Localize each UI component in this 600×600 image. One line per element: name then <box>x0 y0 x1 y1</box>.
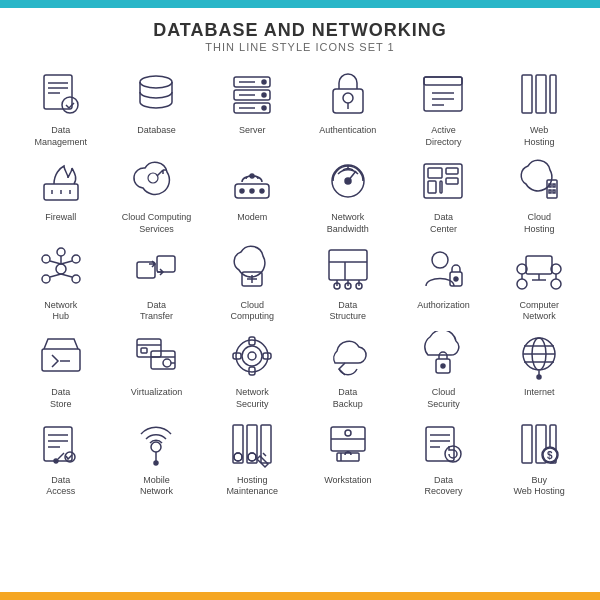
icon-cell-hosting-maintenance: HostingMaintenance <box>205 415 299 498</box>
svg-point-35 <box>260 189 264 193</box>
icon-cell-web-hosting: WebHosting <box>492 65 586 148</box>
virtualization-label: Virtualization <box>131 387 182 399</box>
server-label: Server <box>239 125 266 137</box>
svg-point-50 <box>56 264 66 274</box>
svg-point-123 <box>154 461 158 465</box>
icon-cell-mobile-network: MobileNetwork <box>110 415 204 498</box>
workstation-icon <box>316 415 380 473</box>
web-hosting-icon <box>507 65 571 123</box>
svg-point-113 <box>537 375 541 379</box>
workstation-label: Workstation <box>324 475 371 487</box>
buy-web-hosting-label: BuyWeb Hosting <box>513 475 564 498</box>
svg-rect-126 <box>261 425 271 463</box>
svg-point-120 <box>54 459 58 463</box>
database-icon <box>124 65 188 123</box>
svg-point-16 <box>343 93 353 103</box>
icon-cell-buy-web-hosting: $ BuyWeb Hosting <box>492 415 586 498</box>
svg-point-34 <box>250 189 254 193</box>
svg-rect-45 <box>547 180 557 198</box>
svg-rect-40 <box>428 168 442 178</box>
icon-cell-data-store: DataStore <box>14 327 108 410</box>
icon-cell-database: Database <box>110 65 204 148</box>
svg-point-99 <box>242 346 262 366</box>
icon-cell-cloud-computing-services: Cloud ComputingServices <box>110 152 204 235</box>
data-management-label: DataManagement <box>35 125 88 148</box>
data-center-label: DataCenter <box>430 212 457 235</box>
icon-cell-cloud-computing: CloudComputing <box>205 240 299 323</box>
virtualization-icon <box>124 327 188 385</box>
icon-cell-virtualization: Virtualization <box>110 327 204 410</box>
modem-label: Modem <box>237 212 267 224</box>
svg-point-96 <box>163 359 171 367</box>
data-backup-icon <box>316 327 380 385</box>
active-directory-icon <box>411 65 475 123</box>
svg-rect-104 <box>263 353 271 359</box>
page-subtitle: THIN LINE STYLE ICONS SET 1 <box>0 41 600 53</box>
svg-rect-78 <box>526 256 552 274</box>
svg-point-133 <box>345 430 351 436</box>
icon-cell-authorization: Authorization <box>397 240 491 323</box>
hosting-maintenance-label: HostingMaintenance <box>226 475 278 498</box>
internet-label: Internet <box>524 387 555 399</box>
data-backup-label: DataBackup <box>333 387 363 410</box>
bottom-bar <box>0 592 600 600</box>
database-label: Database <box>137 125 176 137</box>
data-access-icon <box>29 415 93 473</box>
svg-rect-41 <box>428 181 436 193</box>
computer-network-icon <box>507 240 571 298</box>
icon-cell-data-recovery: DataRecovery <box>397 415 491 498</box>
svg-point-53 <box>42 275 50 283</box>
icon-cell-data-transfer: DataTransfer <box>110 240 204 323</box>
cloud-hosting-label: CloudHosting <box>524 212 555 235</box>
svg-point-5 <box>140 76 172 88</box>
cloud-computing-services-label: Cloud ComputingServices <box>122 212 192 235</box>
firewall-label: Firewall <box>45 212 76 224</box>
svg-line-119 <box>58 453 64 459</box>
icon-cell-data-backup: DataBackup <box>301 327 395 410</box>
active-directory-label: ActiveDirectory <box>425 125 461 148</box>
icon-cell-firewall: Firewall <box>14 152 108 235</box>
icon-cell-cloud-hosting: CloudHosting <box>492 152 586 235</box>
data-center-icon <box>411 152 475 210</box>
network-bandwidth-icon <box>316 152 380 210</box>
cloud-hosting-icon <box>507 152 571 210</box>
authorization-icon <box>411 240 475 298</box>
icon-cell-internet: Internet <box>492 327 586 410</box>
svg-rect-25 <box>550 75 556 113</box>
svg-rect-101 <box>249 337 255 345</box>
authorization-label: Authorization <box>417 300 470 312</box>
svg-rect-92 <box>151 351 175 369</box>
svg-rect-95 <box>141 348 147 353</box>
internet-icon <box>507 327 571 385</box>
authentication-icon <box>316 65 380 123</box>
icon-grid: DataManagement Database Server Authentic… <box>0 57 600 506</box>
svg-point-75 <box>432 252 448 268</box>
svg-rect-42 <box>440 181 442 193</box>
cloud-security-icon <box>411 327 475 385</box>
web-hosting-label: WebHosting <box>524 125 555 148</box>
svg-rect-18 <box>424 77 462 111</box>
svg-text:$: $ <box>547 450 553 461</box>
icon-cell-data-access: DataAccess <box>14 415 108 498</box>
data-management-icon <box>29 65 93 123</box>
svg-point-85 <box>517 279 527 289</box>
cloud-security-label: CloudSecurity <box>427 387 460 410</box>
svg-rect-46 <box>549 184 551 187</box>
data-transfer-icon <box>124 240 188 298</box>
data-recovery-icon <box>411 415 475 473</box>
svg-line-56 <box>50 261 61 264</box>
data-store-icon <box>29 327 93 385</box>
svg-rect-49 <box>553 190 555 193</box>
svg-rect-24 <box>536 75 546 113</box>
network-hub-icon <box>29 240 93 298</box>
icon-cell-server: Server <box>205 65 299 148</box>
data-structure-label: DataStructure <box>330 300 367 323</box>
svg-point-33 <box>240 189 244 193</box>
icon-cell-network-security: NetworkSecurity <box>205 327 299 410</box>
computer-network-label: ComputerNetwork <box>519 300 559 323</box>
svg-point-32 <box>250 174 254 178</box>
svg-point-4 <box>62 97 78 113</box>
svg-rect-142 <box>522 425 532 463</box>
icon-cell-computer-network: ComputerNetwork <box>492 240 586 323</box>
svg-rect-48 <box>549 190 551 193</box>
